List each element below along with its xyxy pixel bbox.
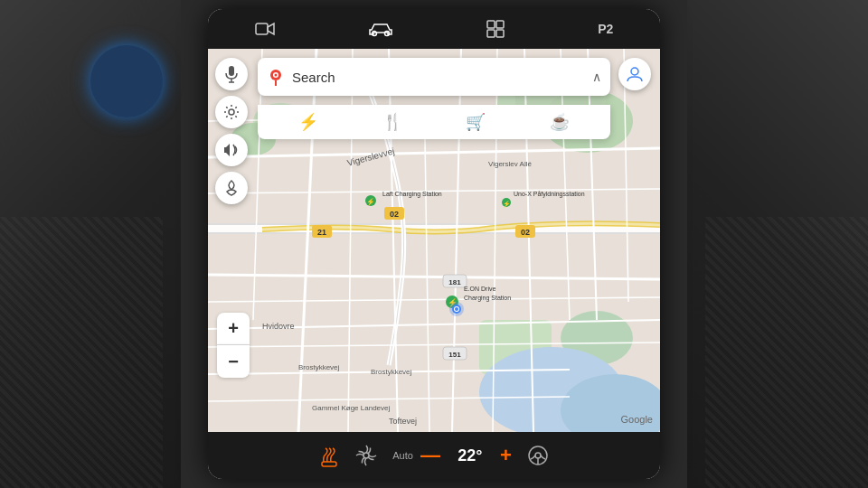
svg-point-80	[275, 74, 278, 77]
temperature-control: Auto — 22° +	[392, 444, 512, 467]
steering-heat-button[interactable]	[526, 444, 550, 467]
svg-text:02: 02	[390, 210, 399, 219]
category-bar: ⚡ 🍴 🛒 ☕	[258, 105, 610, 139]
svg-text:02: 02	[521, 228, 530, 237]
svg-point-1	[372, 32, 376, 36]
car-interior: P2	[0, 0, 868, 488]
right-car-panel	[687, 0, 868, 488]
google-maps-logo	[267, 68, 285, 86]
svg-text:⚡: ⚡	[503, 200, 511, 208]
main-screen: P2	[208, 9, 660, 479]
svg-text:⚡: ⚡	[366, 197, 375, 206]
left-sidebar	[215, 58, 248, 204]
svg-rect-4	[496, 21, 504, 28]
search-bar[interactable]: Search ∧	[258, 58, 610, 96]
left-car-panel	[0, 0, 181, 488]
navigation-button[interactable]	[215, 172, 248, 204]
svg-text:E.ON Drive: E.ON Drive	[464, 286, 496, 292]
svg-point-73	[455, 307, 458, 311]
svg-rect-5	[487, 30, 495, 37]
map-area[interactable]: 02 02 02 21 181 151 ⚡ ⚡	[208, 49, 660, 432]
zoom-in-button[interactable]: +	[217, 313, 250, 345]
svg-text:151: 151	[448, 351, 461, 359]
svg-text:Brostykkevej: Brostykkevej	[371, 368, 412, 376]
charging-category-button[interactable]: ⚡	[298, 112, 318, 132]
temp-increase-button[interactable]: +	[500, 444, 512, 467]
svg-rect-6	[496, 30, 504, 37]
zoom-out-button[interactable]: −	[217, 345, 250, 378]
volume-button[interactable]	[215, 134, 248, 166]
svg-point-85	[535, 453, 541, 458]
temp-value-display: 22°	[448, 446, 493, 465]
microphone-button[interactable]	[215, 58, 248, 90]
svg-point-2	[384, 32, 389, 36]
svg-text:Gammel Køge Landevej: Gammel Køge Landevej	[312, 404, 390, 412]
chevron-up-icon: ∧	[592, 70, 601, 84]
bottom-bar: Auto — 22° +	[208, 432, 660, 479]
svg-text:181: 181	[448, 278, 461, 286]
shopping-category-button[interactable]: 🛒	[466, 112, 486, 132]
profile-button[interactable]	[618, 58, 651, 90]
food-category-button[interactable]: 🍴	[382, 112, 402, 132]
google-watermark: Google	[621, 414, 653, 425]
temp-decrease-button[interactable]: —	[420, 444, 440, 467]
p2-indicator: P2	[598, 22, 613, 36]
svg-text:Vigerslev Allé: Vigerslev Allé	[488, 160, 532, 168]
top-bar: P2	[208, 9, 660, 49]
svg-point-77	[229, 109, 234, 115]
cafe-category-button[interactable]: ☕	[550, 112, 570, 132]
temp-mode-label: Auto	[392, 450, 413, 461]
svg-text:21: 21	[317, 228, 326, 237]
svg-text:Brostykkevej: Brostykkevej	[298, 363, 340, 371]
svg-text:Laft Charging Station: Laft Charging Station	[382, 191, 442, 198]
fan-button[interactable]	[354, 444, 378, 467]
svg-text:Hvidovre: Hvidovre	[262, 322, 295, 331]
svg-rect-3	[487, 21, 495, 28]
svg-rect-74	[229, 66, 234, 76]
grid-button[interactable]	[486, 20, 505, 38]
zoom-controls: + −	[217, 313, 250, 378]
svg-text:Charging Station: Charging Station	[464, 295, 511, 302]
settings-button[interactable]	[215, 96, 248, 128]
svg-rect-82	[322, 462, 336, 466]
search-text: Search	[292, 70, 585, 85]
left-panel-texture	[0, 217, 163, 488]
car-button[interactable]	[368, 21, 393, 37]
svg-text:Uno-X Påfyldningsstation: Uno-X Påfyldningsstation	[514, 191, 585, 198]
camera-button[interactable]	[255, 22, 275, 36]
seat-heat-button[interactable]	[318, 444, 340, 467]
svg-rect-0	[256, 23, 268, 34]
svg-point-81	[631, 68, 638, 75]
right-panel-texture	[705, 217, 868, 488]
svg-text:Toftevej: Toftevej	[389, 417, 417, 426]
